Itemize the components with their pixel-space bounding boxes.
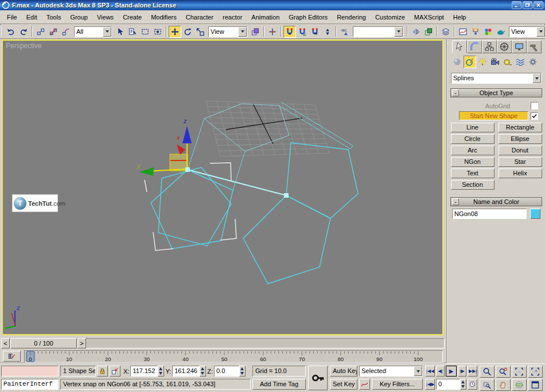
shape-button-rectangle[interactable]: Rectangle bbox=[499, 123, 542, 132]
object-color-swatch[interactable] bbox=[530, 209, 540, 219]
shape-button-section[interactable]: Section bbox=[451, 180, 495, 190]
key-selection-dropdown[interactable]: Selected bbox=[359, 366, 423, 377]
material-editor-button[interactable] bbox=[482, 26, 495, 38]
menu-reactor[interactable]: reactor bbox=[218, 12, 247, 22]
menu-graph-editors[interactable]: Graph Editors bbox=[284, 12, 332, 22]
go-to-end-button[interactable]: ▶▶| bbox=[468, 366, 477, 377]
shape-button-line[interactable]: Line bbox=[451, 123, 495, 132]
close-button[interactable] bbox=[534, 1, 543, 9]
bind-to-spacewarp-button[interactable] bbox=[60, 26, 72, 38]
object-name-field[interactable]: NGon08 bbox=[452, 209, 527, 219]
shape-button-helix[interactable]: Helix bbox=[499, 168, 542, 178]
perspective-viewport[interactable]: zxyz Perspective T TechTut.com bbox=[2, 40, 443, 335]
pan-icon[interactable] bbox=[496, 379, 511, 391]
menu-group[interactable]: Group bbox=[65, 12, 92, 22]
category-helpers-icon[interactable] bbox=[501, 56, 514, 68]
zoom-icon[interactable] bbox=[480, 366, 495, 378]
select-and-link-button[interactable] bbox=[34, 26, 47, 38]
category-lights-icon[interactable] bbox=[476, 56, 489, 68]
keyboard-override-button[interactable]: ABC bbox=[338, 26, 351, 38]
zoom-extents-all-icon[interactable] bbox=[528, 366, 543, 378]
viewport-canvas[interactable]: zxyz bbox=[3, 41, 442, 334]
next-frame-button[interactable]: |▶ bbox=[458, 366, 466, 377]
tab-create[interactable] bbox=[452, 40, 467, 53]
zoom-all-icon[interactable] bbox=[496, 366, 511, 378]
z-coordinate-field[interactable]: 0.0 bbox=[214, 366, 239, 377]
select-and-manipulate-button[interactable] bbox=[266, 26, 279, 38]
shape-button-ngon[interactable]: NGon bbox=[451, 157, 495, 167]
macro-recorder-box[interactable] bbox=[1, 366, 59, 377]
menu-animation[interactable]: Animation bbox=[247, 12, 284, 22]
maximize-viewport-icon[interactable] bbox=[528, 379, 543, 391]
selection-lock-icon[interactable] bbox=[97, 366, 108, 377]
y-coordinate-field[interactable]: 161.246 bbox=[172, 366, 200, 377]
next-frame-button[interactable]: > bbox=[77, 338, 86, 348]
set-keys-button[interactable] bbox=[308, 366, 328, 390]
select-and-scale-button[interactable] bbox=[194, 26, 207, 38]
start-new-shape-checkbox[interactable] bbox=[531, 112, 538, 120]
category-systems-icon[interactable] bbox=[527, 56, 539, 68]
previous-frame-button[interactable]: < bbox=[1, 338, 10, 348]
collapse-icon[interactable]: - bbox=[452, 89, 459, 96]
shape-button-text[interactable]: Text bbox=[451, 168, 495, 178]
menu-maxscript[interactable]: MAXScript bbox=[410, 12, 449, 22]
y-spinner[interactable] bbox=[200, 366, 206, 377]
tab-utilities[interactable] bbox=[527, 40, 542, 53]
current-frame-field[interactable]: 0 bbox=[436, 379, 460, 390]
render-type-dropdown[interactable]: View bbox=[509, 26, 545, 37]
redo-button[interactable] bbox=[17, 26, 30, 38]
align-button[interactable] bbox=[422, 26, 435, 38]
rectangular-region-button[interactable] bbox=[139, 26, 151, 38]
restore-button[interactable] bbox=[523, 1, 532, 9]
zoom-extents-icon[interactable] bbox=[512, 366, 527, 378]
named-selection-sets-dropdown[interactable] bbox=[353, 26, 403, 37]
shape-button-star[interactable]: Star bbox=[499, 157, 542, 167]
frame-spinner[interactable] bbox=[460, 379, 466, 390]
track-bar-ruler[interactable]: 0102030405060708090100 bbox=[24, 350, 443, 363]
viewport-label[interactable]: Perspective bbox=[6, 42, 42, 50]
menu-help[interactable]: Help bbox=[449, 12, 471, 22]
object-type-header[interactable]: - Object Type bbox=[450, 88, 542, 97]
menu-tools[interactable]: Tools bbox=[42, 12, 66, 22]
unlink-selection-button[interactable] bbox=[47, 26, 60, 38]
collapse-icon[interactable]: - bbox=[452, 198, 459, 205]
time-configuration-icon[interactable] bbox=[468, 379, 477, 390]
shape-button-circle[interactable]: Circle bbox=[451, 134, 495, 144]
shape-button-donut[interactable]: Donut bbox=[499, 146, 542, 155]
snap-toggle-3d-button[interactable]: 3 bbox=[283, 26, 296, 38]
shape-button-ellipse[interactable]: Ellipse bbox=[499, 134, 542, 144]
layer-manager-button[interactable] bbox=[439, 26, 452, 38]
name-color-header[interactable]: - Name and Color bbox=[450, 197, 542, 206]
tab-modify[interactable] bbox=[467, 40, 482, 53]
schematic-view-button[interactable] bbox=[469, 26, 482, 38]
menu-views[interactable]: Views bbox=[92, 12, 118, 22]
menu-character[interactable]: Character bbox=[181, 12, 218, 22]
key-filters-button[interactable]: Key Filters... bbox=[372, 379, 423, 390]
category-cameras-icon[interactable] bbox=[489, 56, 501, 68]
set-key-button[interactable]: Set Key bbox=[330, 379, 357, 390]
toolbar-grip[interactable] bbox=[2, 26, 3, 37]
mini-curve-editor-button[interactable] bbox=[3, 351, 21, 362]
dropdown-arrow-icon[interactable] bbox=[536, 27, 545, 37]
menu-create[interactable]: Create bbox=[118, 12, 146, 22]
play-button[interactable]: ▶ bbox=[446, 366, 457, 377]
shape-category-dropdown[interactable]: Splines bbox=[451, 73, 542, 84]
tab-hierarchy[interactable] bbox=[482, 40, 497, 53]
go-to-start-button[interactable]: |◀◀ bbox=[425, 366, 435, 377]
select-by-name-button[interactable] bbox=[126, 26, 139, 38]
dropdown-arrow-icon[interactable] bbox=[414, 366, 422, 376]
set-key-curve-icon[interactable] bbox=[359, 379, 370, 390]
x-coordinate-field[interactable]: 117.152 bbox=[130, 366, 158, 377]
undo-button[interactable] bbox=[5, 26, 17, 38]
key-mode-toggle[interactable]: |◀▶| bbox=[425, 379, 435, 390]
curve-editor-button[interactable] bbox=[457, 26, 469, 38]
dropdown-arrow-icon[interactable] bbox=[394, 27, 403, 37]
time-slider-handle[interactable]: 0 / 100 bbox=[10, 338, 77, 348]
angle-snap-button[interactable] bbox=[296, 26, 309, 38]
window-crossing-button[interactable] bbox=[151, 26, 164, 38]
render-scene-button[interactable] bbox=[495, 26, 507, 38]
add-time-tag[interactable]: Add Time Tag bbox=[252, 379, 306, 390]
maxscript-listener[interactable]: PainterInterf bbox=[1, 379, 59, 390]
percent-snap-button[interactable]: % bbox=[309, 26, 321, 38]
select-and-rotate-button[interactable] bbox=[181, 26, 194, 38]
